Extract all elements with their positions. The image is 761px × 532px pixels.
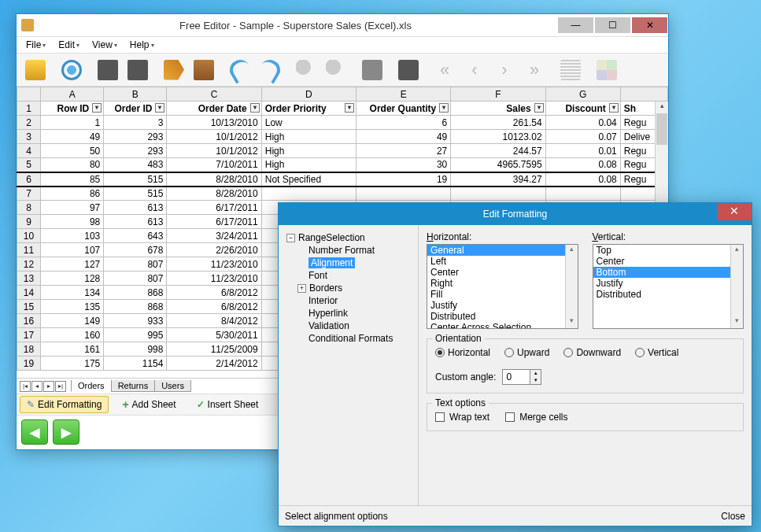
cell[interactable]: 10/1/2012: [167, 144, 261, 158]
cell[interactable]: Low: [261, 116, 356, 130]
next-button[interactable]: ›: [490, 56, 519, 84]
cell[interactable]: 261.54: [451, 116, 545, 130]
col-header-B[interactable]: B: [104, 87, 167, 102]
col-header-corner[interactable]: [17, 87, 41, 102]
sheet-tab-returns[interactable]: Returns: [111, 380, 156, 392]
scroll-up-arrow[interactable]: ▴: [656, 102, 668, 113]
cell[interactable]: 10/1/2012: [167, 130, 261, 144]
cell[interactable]: 998: [104, 342, 167, 357]
cell[interactable]: 613: [104, 201, 167, 215]
col-header-D[interactable]: D: [261, 87, 356, 102]
big-nav-forward[interactable]: ▶: [53, 419, 79, 445]
collapse-icon[interactable]: −: [286, 234, 295, 242]
row-head[interactable]: 13: [17, 272, 41, 286]
cell[interactable]: [261, 187, 356, 201]
cell[interactable]: 0.08: [545, 158, 620, 172]
tree-font[interactable]: Font: [283, 269, 413, 282]
row-head[interactable]: 2: [17, 116, 41, 130]
print-button[interactable]: [358, 56, 386, 84]
horiz-left[interactable]: Left: [427, 256, 578, 267]
cell[interactable]: 97: [41, 201, 104, 215]
header-cell[interactable]: Order Priority▾: [261, 102, 356, 116]
horiz-general[interactable]: General: [427, 245, 578, 256]
header-cell[interactable]: Order ID▾: [104, 102, 167, 116]
cell[interactable]: 49: [356, 130, 451, 144]
cell[interactable]: 293: [104, 144, 167, 158]
header-cell[interactable]: Sales▾: [451, 102, 545, 116]
wrap-text-checkbox[interactable]: Wrap text: [435, 412, 489, 423]
cell[interactable]: 3: [104, 116, 167, 130]
cell[interactable]: 11/23/2010: [167, 257, 261, 272]
cell[interactable]: 11/23/2010: [167, 272, 261, 286]
dialog-close-link[interactable]: Close: [721, 511, 745, 522]
cell[interactable]: 6/17/2011: [167, 215, 261, 229]
sheet-tab-orders[interactable]: Orders: [71, 380, 112, 392]
scroll-thumb[interactable]: [656, 113, 667, 145]
cell[interactable]: 678: [104, 243, 167, 257]
prev-button[interactable]: ‹: [460, 56, 489, 84]
row-head[interactable]: 1: [17, 102, 41, 116]
filter-dropdown[interactable]: ▾: [534, 103, 544, 113]
cell[interactable]: 85: [41, 172, 104, 187]
close-button[interactable]: ✕: [632, 17, 667, 33]
row-head[interactable]: 8: [17, 201, 41, 215]
nav-next-sheet[interactable]: ▸: [43, 381, 54, 392]
cell[interactable]: High: [261, 158, 356, 172]
cell[interactable]: 86: [41, 187, 104, 201]
horiz-right[interactable]: Right: [427, 278, 578, 289]
nav-prev-sheet[interactable]: ◂: [31, 381, 42, 392]
add-sheet-button[interactable]: + Add Sheet: [115, 395, 183, 414]
dialog-close-button[interactable]: ✕: [717, 203, 752, 220]
row-head[interactable]: 10: [17, 229, 41, 243]
merge-cells-checkbox[interactable]: Merge cells: [505, 412, 567, 423]
radio-vertical[interactable]: Vertical: [635, 347, 678, 358]
grid-button[interactable]: [556, 56, 585, 84]
sheet-tab-users[interactable]: Users: [154, 380, 191, 392]
menu-view[interactable]: View▾: [86, 37, 124, 53]
radio-upward[interactable]: Upward: [504, 347, 549, 358]
cell[interactable]: 6/8/2012: [167, 286, 261, 300]
cell[interactable]: 293: [104, 130, 167, 144]
tree-number-format[interactable]: Number Format: [283, 244, 413, 257]
table-row[interactable]: 45029310/1/2012High27244.570.01Regu: [17, 144, 668, 158]
last-button[interactable]: »: [520, 56, 549, 84]
cell[interactable]: 515: [104, 172, 167, 187]
insert-sheet-button[interactable]: ✓ Insert Sheet: [190, 396, 266, 413]
cell[interactable]: 6/17/2011: [167, 201, 261, 215]
row-head[interactable]: 7: [17, 187, 41, 201]
row-head[interactable]: 12: [17, 257, 41, 272]
filter-dropdown[interactable]: ▾: [92, 103, 102, 113]
custom-angle-spinner[interactable]: ▴▾: [502, 369, 541, 385]
cell[interactable]: 6/8/2012: [167, 300, 261, 314]
cell[interactable]: 8/28/2010: [167, 187, 261, 201]
cell[interactable]: [451, 187, 545, 201]
vertical-listbox[interactable]: Top Center Bottom Justify Distributed ▴▾: [593, 244, 744, 329]
cell[interactable]: 995: [104, 328, 167, 342]
tree-root-node[interactable]: −RangeSelection: [283, 231, 413, 244]
row-head[interactable]: 4: [17, 144, 41, 158]
zoom-out-button[interactable]: [292, 56, 320, 84]
cell[interactable]: 10/13/2010: [167, 116, 261, 130]
cell[interactable]: 19: [356, 172, 451, 187]
filter-dropdown[interactable]: ▾: [155, 103, 164, 113]
cell[interactable]: 49: [41, 130, 104, 144]
row-head[interactable]: 6: [17, 172, 41, 187]
horiz-scroll[interactable]: ▴▾: [565, 245, 578, 328]
row-head[interactable]: 17: [17, 328, 41, 342]
zoom-in-button[interactable]: [322, 56, 350, 84]
cell[interactable]: 1: [41, 116, 104, 130]
spinner-buttons[interactable]: ▴▾: [530, 369, 541, 385]
cell[interactable]: 135: [41, 300, 104, 314]
edit-formatting-button[interactable]: ✎ Edit Formatting: [20, 396, 109, 413]
row-head[interactable]: 18: [17, 342, 41, 357]
cell[interactable]: 0.08: [545, 172, 620, 187]
horiz-center[interactable]: Center: [427, 267, 578, 278]
cell[interactable]: 394.27: [451, 172, 545, 187]
horiz-distributed[interactable]: Distributed: [427, 311, 578, 322]
cell[interactable]: 8/4/2012: [167, 314, 261, 328]
cell[interactable]: 98: [41, 215, 104, 229]
row-head[interactable]: 19: [17, 357, 41, 371]
cell[interactable]: 868: [104, 286, 167, 300]
tree-conditional-formats[interactable]: Conditional Formats: [283, 332, 413, 345]
vert-top[interactable]: Top: [593, 245, 744, 256]
